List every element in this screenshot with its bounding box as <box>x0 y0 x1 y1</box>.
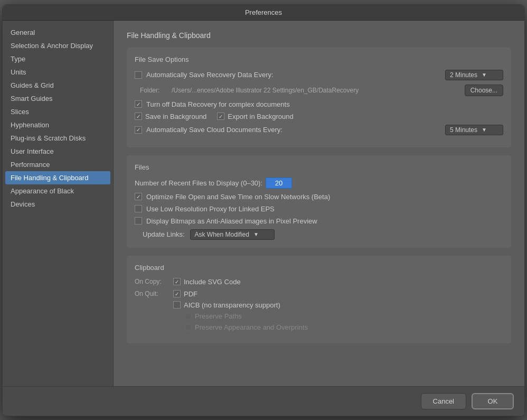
pdf-checkbox[interactable] <box>173 290 181 297</box>
content-area: GeneralSelection & Anchor DisplayTypeUni… <box>3 21 524 386</box>
clipboard-title: Clipboard <box>135 264 503 272</box>
pdf-label: PDF <box>184 290 197 298</box>
include-svg-checkbox[interactable] <box>173 278 181 285</box>
sidebar-item-guides-grid[interactable]: Guides & Grid <box>3 79 113 92</box>
recent-files-row: Number of Recent Files to Display (0–30)… <box>135 178 503 189</box>
display-bitmaps-label: Display Bitmaps as Anti-Aliased images i… <box>146 217 317 225</box>
on-quit-label: On Quit: <box>135 290 169 331</box>
aicb-row: AICB (no transparency support) <box>173 301 308 309</box>
low-res-proxy-row: Use Low Resolution Proxy for Linked EPS <box>135 205 503 213</box>
update-links-arrow-icon: ▼ <box>253 231 259 237</box>
choose-button[interactable]: Choose... <box>465 85 503 96</box>
low-res-proxy-label: Use Low Resolution Proxy for Linked EPS <box>146 205 275 213</box>
sidebar-item-file-handling-clipboard[interactable]: File Handling & Clipboard <box>5 171 110 184</box>
folder-row: Folder: /Users/...ences/Adobe Illustrato… <box>135 85 503 96</box>
auto-save-cloud-interval-dropdown[interactable]: 5 Minutes ▼ <box>445 125 503 135</box>
sidebar-item-units[interactable]: Units <box>3 66 113 79</box>
cancel-button[interactable]: Cancel <box>421 393 466 409</box>
update-links-label: Update Links: <box>143 230 185 238</box>
preserve-appearance-radio <box>185 324 192 331</box>
sidebar-item-hyphenation[interactable]: Hyphenation <box>3 118 113 132</box>
preserve-appearance-row: Preserve Appearance and Overprints <box>173 323 308 331</box>
dropdown-arrow-icon: ▼ <box>482 72 487 78</box>
include-svg-row: Include SVG Code <box>173 278 241 286</box>
folder-path: /Users/...ences/Adobe Illustrator 22 Set… <box>172 87 459 94</box>
preferences-dialog: Preferences GeneralSelection & Anchor Di… <box>2 4 525 416</box>
update-links-row: Update Links: Ask When Modified ▼ <box>135 229 503 240</box>
auto-save-row: Automatically Save Recovery Data Every: … <box>135 70 503 80</box>
sidebar-item-smart-guides[interactable]: Smart Guides <box>3 92 113 105</box>
sidebar-item-selection-anchor-display[interactable]: Selection & Anchor Display <box>3 39 113 52</box>
turn-off-recovery-checkbox[interactable] <box>135 100 142 108</box>
sidebar-item-slices[interactable]: Slices <box>3 105 113 118</box>
preserve-paths-radio <box>185 313 192 320</box>
on-quit-section: On Quit: PDF AICB (no transparency suppo… <box>135 290 503 331</box>
footer: Cancel OK <box>3 386 524 416</box>
clipboard-section: Clipboard On Copy: Include SVG Code On Q… <box>127 256 511 343</box>
file-save-options-section: File Save Options Automatically Save Rec… <box>127 48 511 147</box>
preserve-paths-label: Preserve Paths <box>195 312 242 320</box>
optimize-row: Optimize File Open and Save Time on Slow… <box>135 193 503 201</box>
auto-save-interval-dropdown[interactable]: 2 Minutes ▼ <box>445 70 503 80</box>
preserve-paths-row: Preserve Paths <box>173 312 308 320</box>
on-copy-label: On Copy: <box>135 278 169 286</box>
recent-files-input[interactable] <box>266 178 292 189</box>
optimize-checkbox[interactable] <box>135 193 142 200</box>
cloud-dropdown-arrow-icon: ▼ <box>482 127 487 133</box>
auto-save-checkbox[interactable] <box>135 71 142 79</box>
ok-button[interactable]: OK <box>472 393 514 409</box>
on-copy-section: On Copy: Include SVG Code <box>135 278 503 286</box>
sidebar-item-general[interactable]: General <box>3 26 113 39</box>
files-title: Files <box>135 163 503 171</box>
sidebar-item-appearance-of-black[interactable]: Appearance of Black <box>3 184 113 198</box>
sidebar-item-performance[interactable]: Performance <box>3 158 113 171</box>
dialog-title: Preferences <box>245 8 282 16</box>
sidebar: GeneralSelection & Anchor DisplayTypeUni… <box>3 21 114 386</box>
sidebar-item-plug-ins-scratch-disks[interactable]: Plug-ins & Scratch Disks <box>3 132 113 145</box>
low-res-proxy-checkbox[interactable] <box>135 205 142 212</box>
auto-save-label: Automatically Save Recovery Data Every: <box>146 71 274 79</box>
turn-off-recovery-row: Turn off Data Recovery for complex docum… <box>135 100 503 108</box>
save-background-checkbox[interactable] <box>135 113 142 120</box>
clipboard-options: PDF AICB (no transparency support) Prese… <box>173 290 308 331</box>
sidebar-item-user-interface[interactable]: User Interface <box>3 145 113 158</box>
folder-label: Folder: <box>140 87 166 94</box>
aicb-label: AICB (no transparency support) <box>184 301 280 309</box>
save-background-row: Save in Background <box>135 113 206 120</box>
turn-off-recovery-label: Turn off Data Recovery for complex docum… <box>146 100 290 108</box>
background-options-row: Save in Background Export in Background <box>135 113 503 120</box>
file-save-options-title: File Save Options <box>135 55 503 63</box>
include-svg-label: Include SVG Code <box>184 278 241 286</box>
recent-files-label: Number of Recent Files to Display (0–30)… <box>135 179 262 187</box>
export-background-checkbox[interactable] <box>217 113 224 120</box>
sidebar-item-type[interactable]: Type <box>3 52 113 66</box>
files-section: Files Number of Recent Files to Display … <box>127 155 511 248</box>
display-bitmaps-checkbox[interactable] <box>135 217 142 225</box>
export-background-row: Export in Background <box>217 113 293 120</box>
preserve-appearance-label: Preserve Appearance and Overprints <box>195 323 308 331</box>
main-panel: File Handling & Clipboard File Save Opti… <box>114 21 524 386</box>
section-title: File Handling & Clipboard <box>127 31 511 40</box>
display-bitmaps-row: Display Bitmaps as Anti-Aliased images i… <box>135 217 503 225</box>
optimize-label: Optimize File Open and Save Time on Slow… <box>146 193 330 201</box>
pdf-row: PDF <box>173 290 308 298</box>
title-bar: Preferences <box>3 5 524 21</box>
auto-save-cloud-row: Automatically Save Cloud Documents Every… <box>135 125 503 135</box>
update-links-dropdown[interactable]: Ask When Modified ▼ <box>190 229 275 240</box>
auto-save-cloud-checkbox[interactable] <box>135 126 142 134</box>
auto-save-cloud-label: Automatically Save Cloud Documents Every… <box>146 126 283 134</box>
aicb-checkbox[interactable] <box>173 301 181 309</box>
save-background-label: Save in Background <box>145 113 206 120</box>
export-background-label: Export in Background <box>228 113 293 120</box>
sidebar-item-devices[interactable]: Devices <box>3 198 113 211</box>
